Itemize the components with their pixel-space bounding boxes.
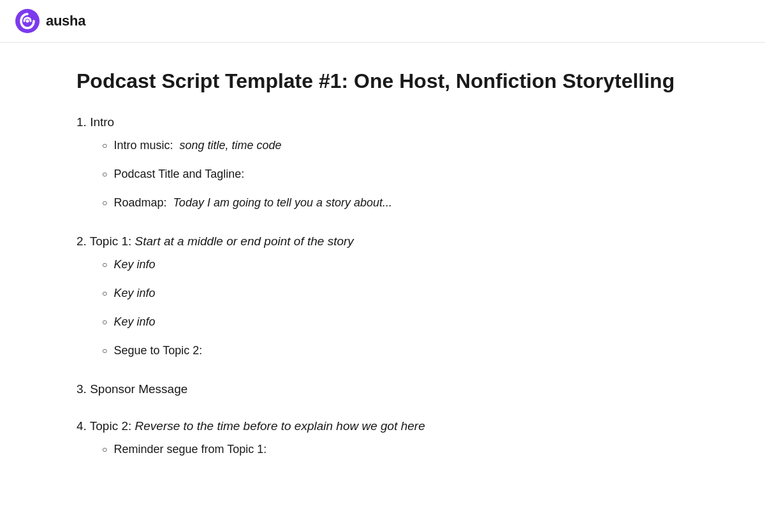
sub-item: Key info [102,313,688,331]
page-title: Podcast Script Template #1: One Host, No… [76,68,688,95]
svg-point-1 [26,20,29,23]
item-label: Sponsor Message [76,382,688,396]
sub-list: Intro music: song title, time code Podca… [102,137,688,212]
list-item: Topic 2: Reverse to the time before to e… [76,419,688,458]
ausha-logo-icon [15,9,40,33]
item-label: Intro [76,115,688,129]
list-item: Intro Intro music: song title, time code… [76,115,688,212]
sub-item: Key info [102,285,688,302]
sub-item: Segue to Topic 2: [102,342,688,359]
list-item: Topic 1: Start at a middle or end point … [76,234,688,359]
logo-text: ausha [46,13,85,29]
main-content: Podcast Script Template #1: One Host, No… [0,43,765,519]
sub-item: Reminder segue from Topic 1: [102,441,688,458]
item-label: Topic 1: Start at a middle or end point … [76,234,688,248]
header: ausha [0,0,765,43]
logo-container: ausha [15,9,85,33]
main-list: Intro Intro music: song title, time code… [76,115,688,458]
sub-item: Key info [102,256,688,273]
sub-list: Key info Key info Key info Segue to Topi… [102,256,688,359]
list-item: Sponsor Message [76,382,688,396]
sub-item: Podcast Title and Tagline: [102,166,688,183]
sub-item: Intro music: song title, time code [102,137,688,154]
sub-item: Roadmap: Today I am going to tell you a … [102,194,688,212]
item-label: Topic 2: Reverse to the time before to e… [76,419,688,433]
sub-list: Reminder segue from Topic 1: [102,441,688,458]
